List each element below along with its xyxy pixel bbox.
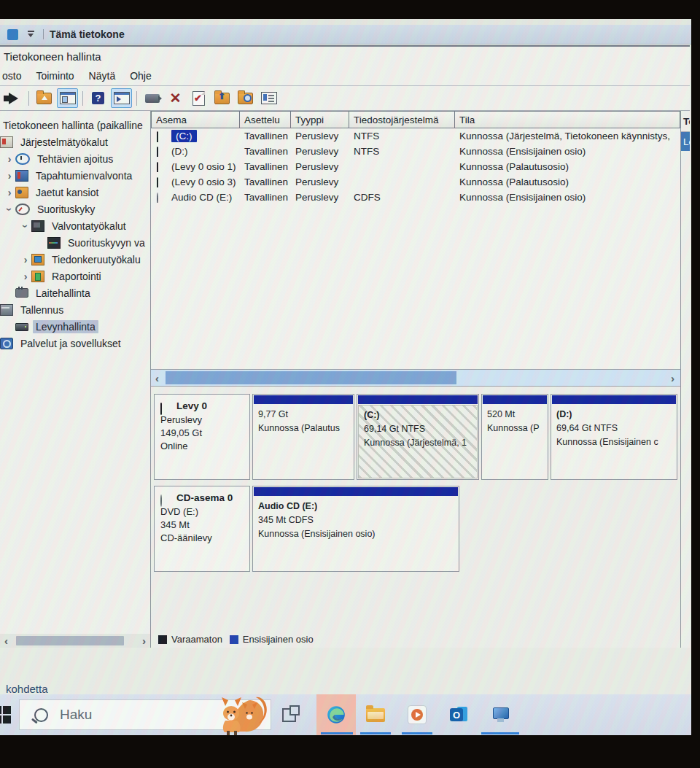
search-highlight-fox-image[interactable] <box>205 690 269 735</box>
edge-browser-button[interactable] <box>324 703 348 726</box>
scrollbar-thumb[interactable] <box>16 636 124 645</box>
volume-list-header: Asema Asettelu Tyyppi Tiedostojärjestelm… <box>151 111 680 128</box>
quick-access-chevron-icon[interactable] <box>27 31 36 38</box>
scrollbar-thumb[interactable] <box>166 371 456 384</box>
table-row[interactable]: (C:) Tavallinen Peruslevy NTFS Kunnossa … <box>151 128 680 144</box>
search-icon <box>34 708 48 722</box>
scroll-right-arrow-icon[interactable] <box>666 372 679 384</box>
tree-item-reports[interactable]: Raportointi <box>0 268 150 284</box>
scroll-left-arrow-icon[interactable] <box>0 635 12 647</box>
tree-item-disk-management[interactable]: Levynhallinta <box>0 318 150 335</box>
column-header-tila[interactable]: Tila <box>455 111 680 128</box>
disk0-label-box[interactable]: Levy 0 Peruslevy 149,05 Gt Online <box>154 394 250 480</box>
delete-volume-button[interactable]: ✕ <box>165 88 186 108</box>
menu-action[interactable]: Toiminto <box>28 68 81 84</box>
tree-item-monitoring-tools[interactable]: Valvontatyökalut <box>0 217 150 234</box>
cd-drive-icon <box>160 494 173 502</box>
table-row[interactable]: (D:) Tavallinen Peruslevy NTFS Kunnossa … <box>151 144 680 159</box>
computer-management-taskbar-button[interactable] <box>489 703 512 726</box>
scroll-right-arrow-icon[interactable] <box>138 635 150 647</box>
help-button[interactable]: ? <box>88 88 109 108</box>
menu-file[interactable]: osto <box>0 68 28 84</box>
tree-item-shared-folders[interactable]: Jaetut kansiot <box>0 184 150 201</box>
tree-item-data-collector-sets[interactable]: Tiedonkeruutyökalu <box>0 251 150 268</box>
task-view-icon <box>282 708 296 722</box>
partition-recovery[interactable]: 9,77 Gt Kunnossa (Palautus <box>252 394 354 480</box>
partition-c-selected[interactable]: (C:) 69,14 Gt NTFS Kunnossa (Järjestelmä… <box>357 394 479 480</box>
mark-active-button[interactable] <box>188 88 209 108</box>
folder-up-button[interactable] <box>211 88 233 108</box>
column-header-tiedostojarjestelma[interactable]: Tiedostojärjestelmä <box>349 111 455 128</box>
file-explorer-button[interactable] <box>364 703 387 726</box>
console-tree-pane: Tietokoneen hallinta (paikalline Järjest… <box>0 111 151 649</box>
tree-item-event-viewer[interactable]: Tapahtumienvalvonta <box>0 167 150 184</box>
column-header-asettelu[interactable]: Asettelu <box>240 111 291 128</box>
tree-item-services-applications[interactable]: Palvelut ja sovellukset <box>0 335 150 352</box>
column-header-asema[interactable]: Asema <box>151 111 240 128</box>
column-header-tyyppi[interactable]: Tyyppi <box>291 111 349 128</box>
scroll-left-arrow-icon[interactable] <box>151 372 163 384</box>
task-view-button[interactable] <box>277 703 300 726</box>
console-tree-toggle-button[interactable] <box>57 88 78 108</box>
table-row[interactable]: (Levy 0 osio 1) Tavallinen Peruslevy Kun… <box>151 159 680 174</box>
help-icon: ? <box>92 92 104 104</box>
properties-button[interactable] <box>258 88 279 108</box>
tree-item-system-tools[interactable]: Järjestelmätyökalut <box>0 133 150 150</box>
chevron-down-icon[interactable] <box>4 203 15 215</box>
chevron-right-icon[interactable] <box>4 170 15 182</box>
active-app-underline <box>402 732 432 734</box>
folder-search-icon <box>238 93 253 104</box>
chevron-right-icon[interactable] <box>20 254 31 265</box>
partition-d[interactable]: (D:) 69,64 Gt NTFS Kunnossa (Ensisijaine… <box>551 394 677 480</box>
legend: Varaamaton Ensisijainen osio <box>158 634 314 645</box>
disk-icon <box>157 178 168 187</box>
export-list-button[interactable] <box>34 88 55 108</box>
explorer-titlebar[interactable]: Tämä tietokone <box>0 25 691 44</box>
chevron-right-icon[interactable] <box>4 153 15 165</box>
actions-pane: To Le <box>681 111 690 649</box>
services-icon <box>0 338 13 349</box>
taskbar: O <box>0 694 691 735</box>
graphical-view: Levy 0 Peruslevy 149,05 Gt Online 9,77 G… <box>151 387 680 649</box>
legend-primary-partition: Ensisijainen osio <box>230 634 314 645</box>
start-button[interactable] <box>0 706 11 724</box>
tree-item-task-scheduler[interactable]: Tehtävien ajoitus <box>0 150 150 167</box>
media-player-button[interactable] <box>405 703 429 726</box>
cd0-label-box[interactable]: CD-asema 0 DVD (E:) 345 Mt CD-äänilevy <box>154 486 250 572</box>
outlook-button[interactable]: O <box>447 703 470 726</box>
window-content: Tietokoneen hallinta (paikalline Järjest… <box>0 111 690 649</box>
computer-management-window: Tietokoneen hallinta osto Toiminto Näytä… <box>0 45 690 651</box>
tree-item-storage[interactable]: Tallennus <box>0 301 150 318</box>
tree-item-performance-monitor[interactable]: Suorituskyvyn va <box>0 234 150 251</box>
tree-item-performance[interactable]: Suorituskyky <box>0 201 150 217</box>
tree-item-root[interactable]: Tietokoneen hallinta (paikalline <box>0 117 150 133</box>
menu-help[interactable]: Ohje <box>122 68 159 84</box>
chevron-right-icon[interactable] <box>4 187 15 198</box>
volume-list: Asema Asettelu Tyyppi Tiedostojärjestelm… <box>151 111 680 370</box>
list-horizontal-scrollbar[interactable] <box>151 370 680 387</box>
table-row[interactable]: Audio CD (E:) Tavallinen Peruslevy CDFS … <box>151 190 680 205</box>
performance-icon <box>15 203 30 215</box>
table-row[interactable]: (Levy 0 osio 3) Tavallinen Peruslevy Kun… <box>151 174 680 190</box>
window-title: Tietokoneen hallinta <box>0 47 690 66</box>
red-x-icon: ✕ <box>170 91 182 105</box>
chevron-down-icon[interactable] <box>20 220 31 232</box>
actions-pane-header: To <box>681 111 690 132</box>
tree-item-device-manager[interactable]: Laitehallinta <box>0 284 150 301</box>
action-pane-toggle-button[interactable] <box>111 88 132 108</box>
toolbar: ? ✕ <box>0 86 690 111</box>
forward-arrow-button[interactable] <box>3 88 24 108</box>
console-tree: Tietokoneen hallinta (paikalline Järjest… <box>0 111 150 352</box>
folder-explore-button[interactable] <box>235 88 256 108</box>
partition-520mt[interactable]: 520 Mt Kunnossa (P <box>481 394 548 480</box>
menu-view[interactable]: Näytä <box>82 68 123 84</box>
chevron-right-icon[interactable] <box>20 271 31 282</box>
folder-export-icon <box>36 93 52 104</box>
partition-audio-cd[interactable]: Audio CD (E:) 345 Mt CDFS Kunnossa (Ensi… <box>252 486 459 572</box>
actions-pane-item[interactable]: Le <box>681 132 690 151</box>
edge-icon <box>326 705 346 725</box>
outlook-icon: O <box>450 706 467 724</box>
rescan-disks-button[interactable] <box>141 88 163 108</box>
search-input[interactable] <box>58 706 171 724</box>
tree-horizontal-scrollbar[interactable] <box>0 634 150 648</box>
